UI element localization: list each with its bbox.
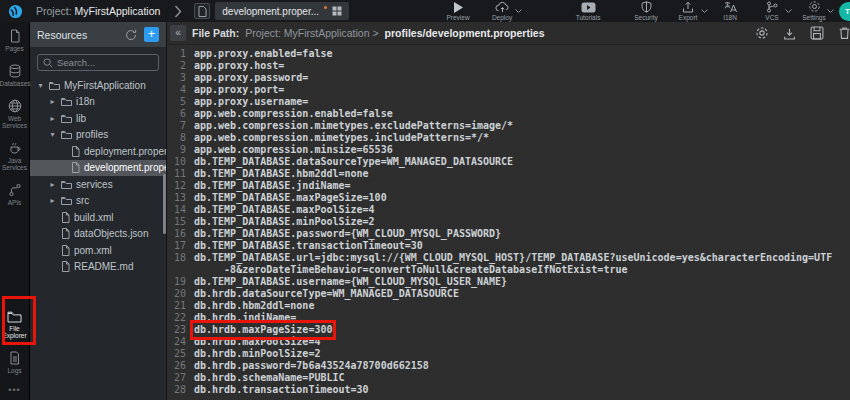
export-button[interactable]: Export (671, 1, 705, 21)
project-title[interactable]: Project: MyFirstApplication (36, 5, 160, 17)
line-text: db.TEMP_DATABASE.maxPoolSize=4 (194, 204, 375, 216)
line-text: db.TEMP_DATABASE.transactionTimeout=30 (194, 240, 423, 252)
folder-icon (7, 310, 22, 323)
line-text: db.hrdb.transactionTimeout=30 (194, 384, 369, 396)
sidebar-item-logs[interactable]: Logs (0, 344, 30, 379)
delete-file-button[interactable] (838, 26, 850, 40)
refresh-icon[interactable] (125, 29, 137, 41)
i18n-button[interactable]: I18N (713, 1, 747, 21)
pages-icon (8, 29, 22, 43)
tree-caret-icon (48, 180, 57, 189)
line-number: 25 (167, 348, 194, 360)
video-icon (581, 1, 596, 13)
tree-item[interactable]: i18n (30, 94, 166, 111)
databases-icon (8, 64, 22, 78)
sidebar-item-web-services[interactable]: Web Services (0, 92, 30, 134)
folder-icon (61, 130, 72, 139)
line-text: app.proxy.username= (194, 96, 308, 108)
line-text: db.TEMP_DATABASE.jndiName= (194, 180, 351, 192)
code-line: 15 db.TEMP_DATABASE.minPoolSize=2 (167, 216, 850, 228)
rail-overflow-menu[interactable]: ••• (8, 385, 20, 395)
line-text: db.TEMP_DATABASE.maxPageSize=100 (194, 192, 387, 204)
chevron-down-icon[interactable] (515, 9, 522, 14)
line-text: db.hrdb.hbm2ddl=none (194, 300, 314, 312)
line-text: app.web.compression.mimetypes.includePat… (194, 132, 489, 144)
editor-settings-button[interactable] (755, 26, 769, 40)
tree-item[interactable]: src (30, 193, 166, 210)
tree-item-label: dataObjects.json (74, 228, 149, 239)
tree-item[interactable]: services (30, 176, 166, 193)
preview-label: Preview (446, 14, 469, 21)
open-file-tab[interactable]: development.proper... (215, 2, 349, 20)
code-line: 16 db.TEMP_DATABASE.password={WM_CLOUD_M… (167, 228, 850, 240)
download-icon (783, 27, 796, 40)
code-area[interactable]: 1 app.proxy.enabled=false 2 app.proxy.ho… (167, 45, 850, 396)
tree-item[interactable]: lib (30, 110, 166, 127)
collapse-panel-button[interactable]: « (170, 25, 186, 41)
shield-icon (641, 1, 652, 13)
line-number: 14 (167, 204, 194, 216)
tree-item[interactable]: README.md (30, 259, 166, 276)
code-line: 23 db.hrdb.maxPageSize=300 (167, 324, 850, 336)
sidebar-item-apis[interactable]: APIs (0, 176, 30, 211)
line-text: app.proxy.enabled=false (194, 48, 332, 60)
tree-item[interactable]: deployment.properties (30, 143, 166, 160)
code-line: 26 db.hrdb.password=7b6a43524a78700d6621… (167, 360, 850, 372)
line-number: 19 (167, 276, 194, 288)
sidebar-item-java-services[interactable]: Java Services (0, 134, 30, 176)
sidebar-item-pages[interactable]: Pages (0, 22, 30, 57)
resources-header: Resources + (30, 22, 166, 47)
tree-item[interactable]: pom.xml (30, 242, 166, 259)
line-number: 3 (167, 72, 194, 84)
tutorials-label: Tutorials (576, 14, 601, 21)
vcs-button[interactable]: VCS (755, 1, 789, 21)
preview-button[interactable]: Preview (441, 1, 475, 21)
gear-icon (755, 26, 769, 40)
sidebar-item-databases[interactable]: Databases (0, 57, 30, 92)
user-avatar[interactable]: TI (839, 2, 850, 21)
add-file-button[interactable]: + (144, 27, 159, 42)
tutorials-button[interactable]: Tutorials (571, 1, 605, 21)
settings-button[interactable]: Settings (797, 1, 831, 21)
project-name-label: MyFirstApplication (75, 5, 161, 17)
deploy-button[interactable]: Deploy (485, 1, 519, 21)
tree-item[interactable]: profiles (30, 127, 166, 144)
line-number: 22 (167, 312, 194, 324)
tree-item-label: profiles (76, 129, 108, 140)
tree-item-label: services (76, 179, 113, 190)
app-logo[interactable] (0, 4, 30, 19)
grid-view-icon[interactable] (332, 6, 342, 16)
code-line: 24 db.hrdb.maxPoolSize=4 (167, 336, 850, 348)
search-input[interactable] (57, 57, 153, 68)
file-path-label: File Path: (192, 27, 239, 39)
security-button[interactable]: Security (629, 1, 663, 21)
tree-item[interactable]: build.xml (30, 209, 166, 226)
code-line: 5 app.proxy.username= (167, 96, 850, 108)
download-file-button[interactable] (783, 27, 796, 40)
code-line: 4 app.proxy.port= (167, 84, 850, 96)
line-number: 20 (167, 288, 194, 300)
line-number: 24 (167, 336, 194, 348)
export-icon (682, 1, 694, 13)
chevron-down-icon[interactable] (785, 9, 792, 14)
save-file-button[interactable] (810, 26, 824, 40)
sidebar-item-file-explorer[interactable]: File Explorer (0, 303, 30, 344)
code-line: 3 app.proxy.password= (167, 72, 850, 84)
tree-item[interactable]: development.properties (30, 160, 166, 177)
file-tab-doc-button[interactable] (194, 3, 210, 19)
code-line: 11 db.TEMP_DATABASE.hbm2ddl=none (167, 168, 850, 180)
tree-scrollbar[interactable] (163, 174, 166, 234)
chevron-down-icon[interactable] (701, 9, 708, 14)
chevron-down-icon[interactable] (827, 9, 834, 14)
tree-item[interactable]: MyFirstApplication (30, 77, 166, 94)
log-file-icon (8, 351, 21, 365)
save-icon (810, 26, 824, 40)
toolbar-center: Preview Deploy (441, 1, 605, 21)
line-number: 16 (167, 228, 194, 240)
code-line: -8&zeroDateTimeBehavior=convertToNull&cr… (167, 264, 850, 276)
code-line: 18 db.TEMP_DATABASE.url=jdbc:mysql://{WM… (167, 252, 850, 264)
chevron-right-icon (174, 5, 182, 18)
tree-item[interactable]: dataObjects.json (30, 226, 166, 243)
globe-icon (8, 99, 22, 113)
line-number: 6 (167, 108, 194, 120)
